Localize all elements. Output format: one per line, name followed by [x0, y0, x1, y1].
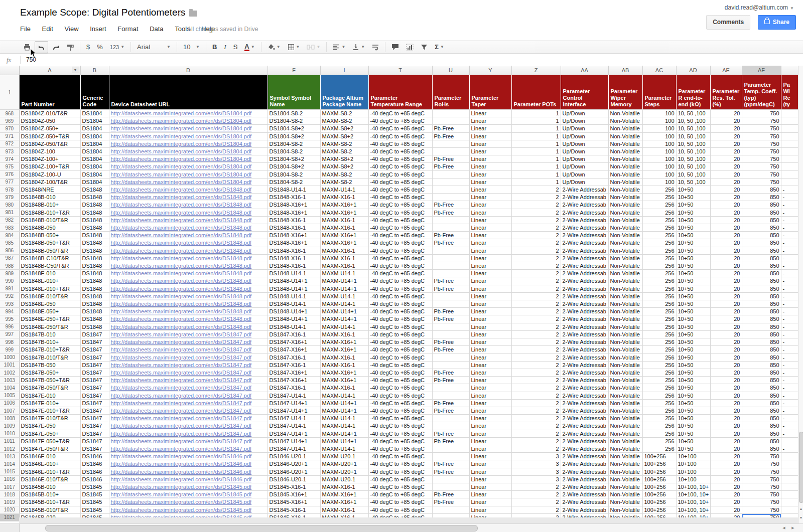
r-end-to-end-cell[interactable]: 10+50 — [676, 346, 710, 353]
generic-code-cell[interactable]: DS1804 — [80, 125, 109, 132]
generic-code-cell[interactable]: DS1846 — [80, 475, 109, 483]
control-interface-cell[interactable]: 2-Wire Addressab — [561, 201, 608, 209]
control-interface-cell[interactable]: 2-Wire Addressab — [561, 277, 608, 285]
rohs-cell[interactable] — [432, 170, 469, 178]
datasheet-link[interactable]: http://datasheets.maximintegrated.com/en… — [111, 118, 252, 124]
column-header-AD[interactable]: AD — [676, 66, 710, 75]
datasheet-url-cell[interactable]: http://datasheets.maximintegrated.com/en… — [109, 506, 267, 513]
rohs-cell[interactable]: Pb-Free — [432, 377, 469, 384]
res-tol-cell[interactable]: 20 — [710, 132, 742, 140]
wiper-resistance-cell[interactable]: - — [781, 247, 798, 254]
part-number-cell[interactable]: DS1847E-050+ — [19, 430, 80, 437]
field-header-cell[interactable]: Symbol Symbol Name — [267, 75, 320, 110]
part-number-cell[interactable]: DS1846E-010+T&R — [19, 468, 80, 475]
res-tol-cell[interactable]: 20 — [710, 498, 742, 506]
document-title[interactable]: Example Scope: Digital Potentiometers — [20, 7, 186, 18]
steps-cell[interactable]: 256 — [642, 315, 676, 323]
rohs-cell[interactable]: Pb-Free — [432, 132, 469, 140]
star-icon[interactable]: ☆ — [177, 9, 184, 19]
steps-cell[interactable]: 100 — [642, 148, 676, 155]
temperature-range-cell[interactable]: -40 degC to +85 degC — [368, 315, 432, 323]
row-number[interactable]: 990 — [0, 277, 19, 285]
save-status[interactable]: All changes saved in Drive — [187, 26, 258, 33]
wiper-memory-cell[interactable]: Non-Volatile — [608, 430, 642, 437]
column-header-F[interactable]: F◂▸ — [267, 66, 320, 75]
control-interface-cell[interactable]: 2-Wire Addressab — [561, 415, 608, 422]
generic-code-cell[interactable]: DS1848 — [80, 239, 109, 247]
taper-cell[interactable]: Linear — [469, 125, 511, 132]
res-tol-cell[interactable]: 20 — [710, 125, 742, 132]
part-number-cell[interactable]: DS1804Z-010/T&R — [19, 110, 80, 117]
symbol-name-cell[interactable]: DS1848-X16-1 — [267, 216, 320, 224]
temperature-range-cell[interactable]: -40 degC to +85 degC — [368, 148, 432, 155]
steps-cell[interactable]: 100+256 — [642, 498, 676, 506]
symbol-name-cell[interactable]: DS1847-U14-1 — [267, 392, 320, 399]
res-tol-cell[interactable]: 20 — [710, 491, 742, 498]
datasheet-url-cell[interactable]: http://datasheets.maximintegrated.com/en… — [109, 498, 267, 506]
r-end-to-end-cell[interactable]: 10, 50 ,100 — [676, 117, 710, 125]
steps-cell[interactable]: 100 — [642, 178, 676, 186]
taper-cell[interactable]: Linear — [469, 239, 511, 247]
taper-cell[interactable]: Linear — [469, 506, 511, 513]
steps-cell[interactable]: 256 — [642, 209, 676, 216]
pots-cell[interactable]: 2 — [511, 186, 561, 194]
wiper-memory-cell[interactable]: Non-Volatile — [608, 453, 642, 460]
pots-cell[interactable]: 2 — [511, 384, 561, 392]
row-number[interactable]: 1004 — [0, 384, 19, 392]
wiper-resistance-cell[interactable]: - — [781, 209, 798, 216]
steps-cell[interactable]: 256 — [642, 254, 676, 262]
datasheet-link[interactable]: http://datasheets.maximintegrated.com/en… — [111, 308, 252, 314]
res-tol-cell[interactable]: 20 — [710, 170, 742, 178]
pots-cell[interactable]: 2 — [511, 262, 561, 270]
temp-coeff-cell[interactable]: 850 — [742, 239, 781, 247]
row-number[interactable]: 987 — [0, 254, 19, 262]
field-header-cell[interactable]: Parameter Temp. Coeff. (typ) (ppm/degC) — [742, 75, 781, 110]
r-end-to-end-cell[interactable]: 10+50 — [676, 285, 710, 292]
r-end-to-end-cell[interactable]: 10+50 — [676, 415, 710, 422]
control-interface-cell[interactable]: 2-Wire Addressab — [561, 491, 608, 498]
pots-cell[interactable]: 2 — [511, 491, 561, 498]
rohs-cell[interactable]: Pb-Free — [432, 155, 469, 163]
datasheet-link[interactable]: http://datasheets.maximintegrated.com/en… — [111, 484, 252, 490]
datasheet-url-cell[interactable]: http://datasheets.maximintegrated.com/en… — [109, 460, 267, 468]
package-name-cell[interactable]: MAXM-U14+1 — [320, 407, 368, 414]
column-header-A[interactable]: A▼ — [19, 66, 80, 75]
datasheet-link[interactable]: http://datasheets.maximintegrated.com/en… — [111, 431, 252, 437]
rohs-cell[interactable] — [432, 353, 469, 361]
package-name-cell[interactable]: MAXM-U14-1 — [320, 323, 368, 330]
res-tol-cell[interactable]: 20 — [710, 353, 742, 361]
symbol-name-cell[interactable]: DS1804-S8-2 — [267, 178, 320, 186]
wiper-memory-cell[interactable]: Non-Volatile — [608, 445, 642, 452]
generic-code-cell[interactable]: DS1804 — [80, 170, 109, 178]
control-interface-cell[interactable]: 2-Wire Addressab — [561, 453, 608, 460]
steps-cell[interactable]: 100 — [642, 117, 676, 125]
temperature-range-cell[interactable]: -40 degC to +85 degC — [368, 384, 432, 392]
taper-cell[interactable]: Linear — [469, 445, 511, 452]
field-header-cell[interactable]: Part Number — [19, 75, 80, 110]
symbol-name-cell[interactable]: DS1845-X16-1 — [267, 506, 320, 513]
symbol-name-cell[interactable]: DS1804-S8+2 — [267, 163, 320, 170]
taper-cell[interactable]: Linear — [469, 491, 511, 498]
pots-cell[interactable]: 2 — [511, 277, 561, 285]
temperature-range-cell[interactable]: -40 degC to +85 degC — [368, 125, 432, 132]
taper-cell[interactable]: Linear — [469, 498, 511, 506]
datasheet-url-cell[interactable]: http://datasheets.maximintegrated.com/en… — [109, 384, 267, 392]
generic-code-cell[interactable]: DS1847 — [80, 399, 109, 407]
column-header-AA[interactable]: AA — [561, 66, 608, 75]
pots-cell[interactable]: 2 — [511, 392, 561, 399]
temp-coeff-cell[interactable]: 850 — [742, 254, 781, 262]
wiper-resistance-cell[interactable]: - — [781, 292, 798, 300]
datasheet-link[interactable]: http://datasheets.maximintegrated.com/en… — [111, 499, 252, 505]
control-interface-cell[interactable]: 2-Wire Addressab — [561, 262, 608, 270]
pots-cell[interactable]: 2 — [511, 216, 561, 224]
rohs-cell[interactable]: Pb-Free — [432, 201, 469, 209]
temp-coeff-cell[interactable]: 750 — [742, 163, 781, 170]
wiper-memory-cell[interactable]: Non-Volatile — [608, 315, 642, 323]
taper-cell[interactable]: Linear — [469, 117, 511, 125]
filter-button[interactable] — [418, 41, 431, 53]
generic-code-cell[interactable]: DS1848 — [80, 292, 109, 300]
wiper-memory-cell[interactable]: Non-Volatile — [608, 216, 642, 224]
datasheet-link[interactable]: http://datasheets.maximintegrated.com/en… — [111, 331, 252, 337]
rohs-cell[interactable]: Pb-Free — [432, 209, 469, 216]
r-end-to-end-cell[interactable]: 10+50 — [676, 399, 710, 407]
